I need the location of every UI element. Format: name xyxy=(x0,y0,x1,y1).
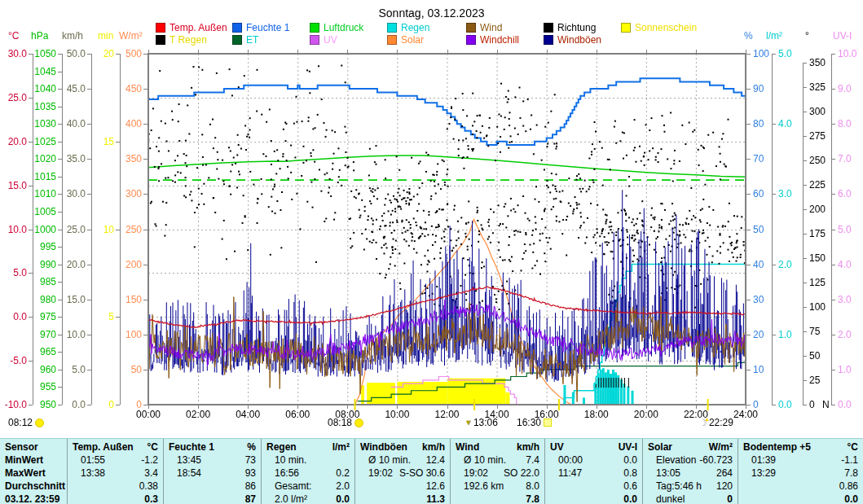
cell-value: 12.4 xyxy=(426,454,445,466)
col-unit: °C xyxy=(148,441,158,453)
legend-item-temp-au-en: Temp. Außen xyxy=(156,22,227,33)
cell-time: Elevation xyxy=(656,454,696,466)
time-marker-label: 22:29 xyxy=(709,417,733,428)
cell-value: 3.4 xyxy=(144,467,158,479)
cell-value: 12.6 xyxy=(426,480,445,492)
legend-item-solar: Solar xyxy=(387,34,424,45)
legend-label: Regen xyxy=(401,22,429,33)
cell-value: 0.0 xyxy=(623,493,637,504)
cell-time: 13:29 xyxy=(751,467,776,479)
cell-time: 13:05 xyxy=(656,467,680,479)
weather-chart-canvas xyxy=(0,0,863,436)
cell-value: 7.8 xyxy=(844,467,858,479)
cell-value: 2.0 xyxy=(336,480,350,492)
page-title: Sonntag, 03.12.2023 xyxy=(0,7,863,20)
time-marker-label: 13:06 xyxy=(473,417,498,428)
cell-value: 0.2 xyxy=(336,467,350,479)
col-name: Wind xyxy=(456,441,479,453)
cell-value: 73 xyxy=(245,454,256,466)
legend-item-feuchte-1: Feuchte 1 xyxy=(232,22,289,33)
legend-item-regen: Regen xyxy=(387,22,429,33)
legend-item-et: ET xyxy=(232,34,258,45)
legend-swatch-feuchte-1 xyxy=(232,23,242,33)
cell-value: 264 xyxy=(716,467,733,479)
col-unit: km/h xyxy=(517,441,539,453)
legend-item-luftdruck: Luftdruck xyxy=(310,22,363,33)
cell-time: 10 min. xyxy=(275,454,306,466)
legend-label: Feuchte 1 xyxy=(246,22,289,33)
cell-time: 192.6 km xyxy=(464,480,504,492)
cell-value: -1.1 xyxy=(841,454,858,466)
legend-swatch-uv xyxy=(310,35,319,45)
col-unit: W/m² xyxy=(709,441,733,453)
col-name: UV xyxy=(550,441,564,453)
legend-item-sonnenschein: Sonnenschein xyxy=(621,22,697,33)
moonset-icon: ▼ xyxy=(465,419,472,427)
cell-value: 120 xyxy=(716,480,733,492)
legend-label: Temp. Außen xyxy=(170,22,227,33)
cell-time: dunkel xyxy=(656,493,685,504)
cell-time: 01:55 xyxy=(81,454,105,466)
cell-value: -60.723 xyxy=(699,454,733,466)
cell-time: 13:45 xyxy=(177,454,201,466)
legend-swatch-solar xyxy=(387,35,397,45)
table-col-temp-au-en: Temp. Außen°C01:55-1.213:383.40.380.3 xyxy=(67,439,163,504)
moonrise-icon: ☽▲ xyxy=(699,418,707,428)
cell-value: 0.0 xyxy=(844,493,858,504)
table-col-regen: Regenl/m²10 min.16:560.2Gesamt:2.02.0 l/… xyxy=(261,439,354,504)
cell-time: Gesamt: xyxy=(275,480,311,492)
time-marker-08-18: 08:18 xyxy=(328,416,366,429)
cell-time: Tag:5:46 h xyxy=(656,480,702,492)
legend-swatch-windb-en xyxy=(544,35,553,45)
cell-time: Ø 10 min. xyxy=(464,454,506,466)
cell-value: 0.0 xyxy=(623,454,637,466)
cell-time: 13:38 xyxy=(81,467,105,479)
legend-label: Windchill xyxy=(480,34,519,46)
legend-item-richtung: Richtung xyxy=(544,22,596,33)
legend-label: UV xyxy=(324,34,337,46)
table-col-windb-en: Windböenkm/hØ 10 min.12.419:02S-SO 30.61… xyxy=(354,439,450,504)
legend-label: T Regen xyxy=(170,34,207,46)
sunrise-icon xyxy=(35,419,44,427)
sunrise-icon xyxy=(354,419,363,427)
row-label: MaxWert xyxy=(5,467,46,479)
cell-value: S-SO 30.6 xyxy=(399,467,445,479)
legend-item-windb-en: Windböen xyxy=(544,34,601,45)
cell-value: 0.6 xyxy=(623,480,637,492)
cell-time: Ø 10 min. xyxy=(368,454,411,466)
time-marker-13-06: ▼13:06 xyxy=(465,416,498,429)
row-label: Sensor xyxy=(5,441,38,453)
col-unit: km/h xyxy=(422,441,445,453)
sensor-summary-table: SensorMinWertMaxWertDurchschnitt03.12. 2… xyxy=(0,438,863,504)
col-unit: UV-I xyxy=(619,441,637,453)
cell-value: 0 xyxy=(727,493,733,504)
cell-value: 0.38 xyxy=(139,480,158,492)
col-name: Feuchte 1 xyxy=(169,441,214,453)
weather-day-chart-window: Sonntag, 03.12.2023 Temp. AußenFeuchte 1… xyxy=(0,0,863,504)
legend-swatch-wind xyxy=(466,23,476,33)
legend-label: Windböen xyxy=(557,34,601,46)
row-label: MinWert xyxy=(5,454,43,466)
cell-value: 0.86 xyxy=(839,480,858,492)
time-marker-label: 08:18 xyxy=(328,417,352,428)
cell-time: 00:00 xyxy=(558,454,583,466)
legend-label: Wind xyxy=(480,22,502,33)
row-label: Durchschnitt xyxy=(5,480,65,492)
cell-time: 19:02 xyxy=(368,467,393,479)
legend-swatch-t-regen xyxy=(156,35,165,45)
col-name: Regen xyxy=(266,441,297,453)
table-col-feuchte-1: Feuchte 1%13:457318:54938687 xyxy=(163,439,261,504)
legend-swatch-luftdruck xyxy=(310,23,319,33)
legend-item-windchill: Windchill xyxy=(466,34,519,45)
table-col-uv: UVUV-I00:000.011:470.80.60.0 xyxy=(544,439,642,504)
cell-value: 8.0 xyxy=(526,480,539,492)
legend-item-wind: Wind xyxy=(466,22,502,33)
cell-time: 2.0 l/m² xyxy=(275,493,307,504)
time-marker-16-30: 16:30 xyxy=(517,416,554,429)
col-unit: °C xyxy=(848,441,858,453)
col-unit: l/m² xyxy=(332,441,350,453)
cell-value: 87 xyxy=(245,493,256,504)
table-col-wind: Windkm/hØ 10 min.7.419:02SO 22.0192.6 km… xyxy=(450,439,544,504)
sunset-icon xyxy=(544,419,552,427)
cell-value: 93 xyxy=(245,467,256,479)
